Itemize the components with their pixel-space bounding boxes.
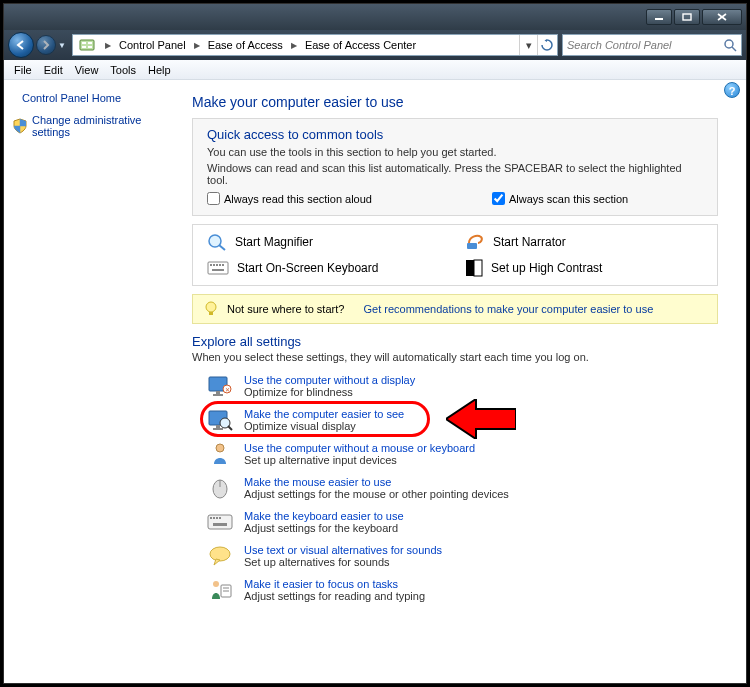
nav-history-dropdown[interactable]: ▼ xyxy=(58,41,68,50)
svg-rect-31 xyxy=(216,425,220,428)
svg-rect-16 xyxy=(213,264,215,266)
menu-edit[interactable]: Edit xyxy=(38,62,69,78)
tool-narrator[interactable]: Start Narrator xyxy=(465,233,703,251)
menu-file[interactable]: File xyxy=(8,62,38,78)
setting-desc: Optimize for blindness xyxy=(244,386,415,398)
monitor-off-icon: ✕ xyxy=(207,375,233,397)
mouse-icon xyxy=(208,477,232,499)
person-reading-icon xyxy=(207,579,233,601)
svg-rect-18 xyxy=(219,264,221,266)
setting-link[interactable]: Use the computer without a display xyxy=(244,374,415,386)
refresh-button[interactable] xyxy=(537,35,555,55)
setting-focus-tasks[interactable]: Make it easier to focus on tasks Adjust … xyxy=(206,575,718,605)
menu-help[interactable]: Help xyxy=(142,62,177,78)
tool-osk[interactable]: Start On-Screen Keyboard xyxy=(207,259,445,277)
tool-magnifier-label: Start Magnifier xyxy=(235,235,313,249)
setting-link[interactable]: Make the mouse easier to use xyxy=(244,476,509,488)
lightbulb-icon xyxy=(203,301,219,317)
refresh-icon xyxy=(541,39,553,51)
shield-icon xyxy=(12,118,28,134)
minimize-button[interactable] xyxy=(646,9,672,25)
window: ▼ ▶ Control Panel ▶ Ease of Access ▶ Eas… xyxy=(3,3,747,684)
svg-rect-13 xyxy=(467,243,477,249)
close-button[interactable] xyxy=(702,9,742,25)
chk-scan-section[interactable]: Always scan this section xyxy=(492,192,628,205)
menu-bar: File Edit View Tools Help xyxy=(4,60,746,80)
monitor-magnify-icon xyxy=(207,409,233,431)
menu-view[interactable]: View xyxy=(69,62,105,78)
setting-link[interactable]: Use the computer without a mouse or keyb… xyxy=(244,442,475,454)
chevron-right-icon: ▶ xyxy=(285,41,303,50)
breadcrumb-2[interactable]: Ease of Access Center xyxy=(303,39,418,51)
tool-narrator-label: Start Narrator xyxy=(493,235,566,249)
svg-line-12 xyxy=(219,245,225,250)
svg-rect-43 xyxy=(213,523,227,526)
nav-forward-button[interactable] xyxy=(36,35,56,55)
svg-rect-27 xyxy=(213,394,223,396)
svg-line-34 xyxy=(228,426,232,430)
setting-link[interactable]: Use text or visual alternatives for soun… xyxy=(244,544,442,556)
main-heading: Make your computer easier to use xyxy=(192,94,718,110)
svg-rect-17 xyxy=(216,264,218,266)
breadcrumb-0[interactable]: Control Panel xyxy=(117,39,188,51)
tool-high-contrast[interactable]: Set up High Contrast xyxy=(465,259,703,277)
svg-rect-6 xyxy=(88,42,92,44)
arrow-right-icon xyxy=(41,40,51,50)
main-content: Make your computer easier to use Quick a… xyxy=(182,80,746,683)
hint-link[interactable]: Get recommendations to make your compute… xyxy=(363,303,653,315)
chk-read-aloud[interactable]: Always read this section aloud xyxy=(207,192,372,205)
setting-link[interactable]: Make the computer easier to see xyxy=(244,408,404,420)
setting-mouse-easier[interactable]: Make the mouse easier to use Adjust sett… xyxy=(206,473,718,503)
nav-row: ▼ ▶ Control Panel ▶ Ease of Access ▶ Eas… xyxy=(4,30,746,60)
svg-rect-19 xyxy=(222,264,224,266)
address-bar[interactable]: ▶ Control Panel ▶ Ease of Access ▶ Ease … xyxy=(72,34,558,56)
keyboard-icon xyxy=(207,261,229,275)
person-icon xyxy=(208,442,232,466)
quick-access-note: Windows can read and scan this list auto… xyxy=(207,162,703,186)
nav-back-button[interactable] xyxy=(8,32,34,58)
quick-access-title: Quick access to common tools xyxy=(207,127,703,142)
tool-osk-label: Start On-Screen Keyboard xyxy=(237,261,378,275)
narrator-icon xyxy=(465,233,485,251)
explore-heading: Explore all settings xyxy=(192,334,718,349)
svg-rect-4 xyxy=(80,40,94,50)
chk-read-aloud-box[interactable] xyxy=(207,192,220,205)
setting-keyboard-easier[interactable]: Make the keyboard easier to use Adjust s… xyxy=(206,507,718,537)
setting-desc: Adjust settings for the keyboard xyxy=(244,522,404,534)
svg-rect-20 xyxy=(212,269,224,271)
setting-link[interactable]: Make it easier to focus on tasks xyxy=(244,578,425,590)
setting-easier-to-see[interactable]: Make the computer easier to see Optimize… xyxy=(206,405,718,435)
magnifier-icon xyxy=(207,233,227,251)
setting-desc: Adjust settings for reading and typing xyxy=(244,590,425,602)
svg-rect-32 xyxy=(213,428,223,430)
explore-sub: When you select these settings, they wil… xyxy=(192,351,718,363)
setting-link[interactable]: Make the keyboard easier to use xyxy=(244,510,404,522)
svg-rect-5 xyxy=(82,42,86,44)
callout-arrow-icon xyxy=(446,399,516,439)
tool-high-contrast-label: Set up High Contrast xyxy=(491,261,602,275)
svg-rect-14 xyxy=(208,262,228,274)
sidebar-admin-link[interactable]: Change administrative settings xyxy=(10,108,176,144)
keyboard-icon xyxy=(207,514,233,530)
search-icon xyxy=(723,38,737,52)
chk-scan-section-box[interactable] xyxy=(492,192,505,205)
chk-read-aloud-label: Always read this section aloud xyxy=(224,193,372,205)
control-panel-icon xyxy=(79,37,95,53)
menu-tools[interactable]: Tools xyxy=(104,62,142,78)
svg-rect-22 xyxy=(474,260,482,276)
address-dropdown[interactable]: ▾ xyxy=(519,35,537,55)
svg-point-23 xyxy=(206,302,216,312)
setting-desc: Optimize visual display xyxy=(244,420,404,432)
tool-magnifier[interactable]: Start Magnifier xyxy=(207,233,445,251)
setting-no-display[interactable]: ✕ Use the computer without a display Opt… xyxy=(206,371,718,401)
arrow-left-icon xyxy=(15,39,27,51)
search-input[interactable]: Search Control Panel xyxy=(562,34,742,56)
setting-no-mouse-keyboard[interactable]: Use the computer without a mouse or keyb… xyxy=(206,439,718,469)
breadcrumb-1[interactable]: Ease of Access xyxy=(206,39,285,51)
svg-rect-15 xyxy=(210,264,212,266)
maximize-button[interactable] xyxy=(674,9,700,25)
sidebar-home-link[interactable]: Control Panel Home xyxy=(10,88,176,108)
setting-desc: Set up alternative input devices xyxy=(244,454,475,466)
svg-rect-7 xyxy=(82,46,86,48)
setting-sounds-alternatives[interactable]: Use text or visual alternatives for soun… xyxy=(206,541,718,571)
